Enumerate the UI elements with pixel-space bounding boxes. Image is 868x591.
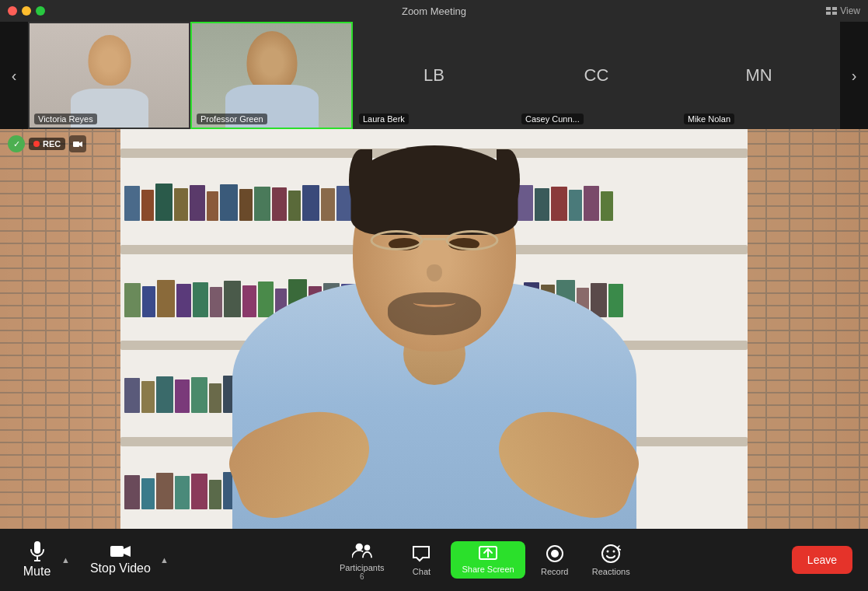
presenter-scene [0,129,868,529]
mute-button[interactable]: Mute [16,537,58,583]
participant-name-mike: Mike Nolan [684,114,734,124]
svg-rect-8 [110,546,124,557]
svg-point-15 [607,551,609,553]
main-presenter-video [193,129,675,529]
presenter-hair-left [349,149,372,212]
rec-dot [33,141,40,147]
participants-button[interactable]: Participants 6 [332,535,392,586]
stop-video-button[interactable]: Stop Video [84,540,157,580]
share-screen-label: Share Screen [462,565,514,574]
participant-name-laura: Laura Berk [359,114,409,124]
strip-nav-right[interactable]: › [840,22,868,129]
record-icon [545,544,565,564]
mute-group: Mute ▲ [16,537,79,583]
brick-wall-right [744,129,868,529]
chat-button[interactable]: Chat [398,539,444,581]
participant-avatar-casey: CC [584,65,609,86]
participant-tile-victoria[interactable]: Victoria Reyes [28,22,190,129]
camera-icon [110,544,131,558]
svg-rect-0 [826,7,831,10]
participant-video-professor [192,23,351,128]
participant-name-casey: Casey Cunn... [521,114,584,124]
main-video [0,129,868,529]
svg-rect-1 [832,7,837,10]
participants-label: Participants [340,563,384,572]
video-arrow[interactable]: ▲ [157,551,172,569]
meeting-title: Zoom Meeting [402,5,466,17]
minimize-button[interactable] [22,6,31,16]
participant-tile-professor[interactable]: Professor Green [190,22,353,129]
participant-tile-laura[interactable]: LB Laura Berk [353,22,515,129]
video-group: Stop Video ▲ [84,540,178,580]
svg-rect-4 [73,142,79,147]
maximize-button[interactable] [36,6,45,16]
reactions-icon [601,544,621,564]
participant-strip: ‹ Victoria Reyes Professor Green LB Laur… [0,22,868,129]
participants-icon [352,540,372,560]
strip-nav-left[interactable]: ‹ [0,22,28,129]
view-button[interactable]: View [826,5,860,16]
participants-count: 6 [360,572,364,581]
participants-list: Victoria Reyes Professor Green LB Laura … [28,22,840,129]
toolbar-right: Leave [792,546,852,574]
svg-point-16 [613,551,615,553]
presenter-head [353,149,516,351]
participant-video-victoria [30,23,189,128]
participant-avatar-mike: MN [745,65,772,86]
presenter-hair-right [497,149,520,212]
participant-tile-mike[interactable]: MN Mike Nolan [678,22,840,129]
svg-point-10 [364,544,369,550]
participant-name-victoria: Victoria Reyes [34,114,97,124]
record-button[interactable]: Record [532,539,578,581]
title-bar: Zoom Meeting View [0,0,868,22]
rec-text: REC [43,139,61,149]
participant-avatar-laura: LB [424,65,444,86]
reactions-button[interactable]: Reactions [584,539,638,581]
stop-video-label: Stop Video [90,561,151,575]
svg-point-13 [551,550,559,558]
bottom-toolbar: Mute ▲ Stop Video ▲ [0,529,868,591]
svg-point-9 [355,543,362,550]
svg-point-14 [602,545,619,562]
mute-label: Mute [23,565,51,579]
share-screen-icon [479,546,497,561]
toolbar-left: Mute ▲ Stop Video ▲ [16,537,178,583]
chat-icon [411,544,431,564]
mic-icon [29,541,46,561]
record-label: Record [541,567,568,576]
presenter-glasses [370,230,498,252]
shield-icon: ✓ [8,135,25,152]
view-label: View [840,5,860,16]
recording-indicator: ✓ REC [8,135,86,152]
svg-rect-5 [34,541,40,554]
share-screen-button[interactable]: Share Screen [451,541,525,579]
brick-wall-left [0,129,124,529]
toolbar-center: Participants 6 Chat Share Screen [178,535,792,586]
presenter-mouth [413,298,455,307]
participant-tile-casey[interactable]: CC Casey Cunn... [515,22,678,129]
presenter-hair [350,145,518,235]
svg-rect-3 [832,12,837,15]
mute-arrow[interactable]: ▲ [58,551,73,569]
close-button[interactable] [8,6,17,16]
window-controls [8,6,45,16]
reactions-label: Reactions [592,567,630,576]
participant-name-professor: Professor Green [197,114,267,124]
rec-badge: REC [29,138,65,150]
presenter-nose [427,264,442,282]
camera-indicator-icon [69,135,86,152]
svg-rect-2 [826,12,831,15]
leave-button[interactable]: Leave [792,546,852,574]
chat-label: Chat [413,567,431,576]
